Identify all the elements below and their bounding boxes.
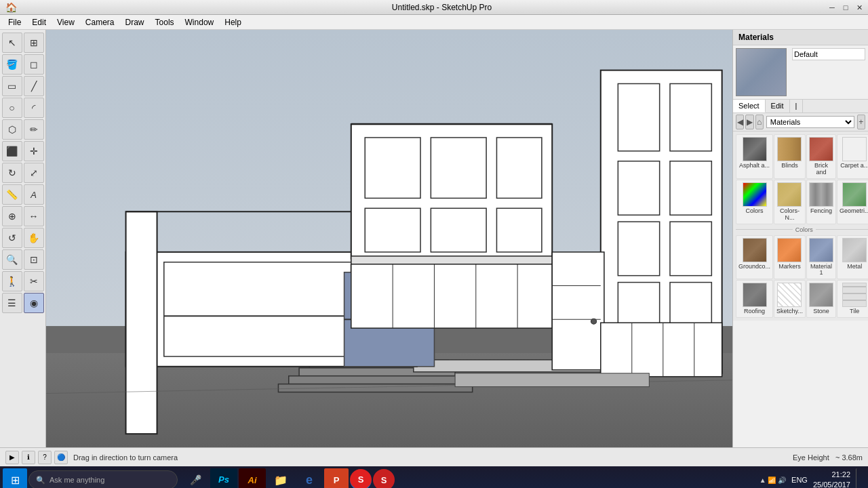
status-icon-3[interactable]: ?: [38, 451, 52, 464]
section-tool[interactable]: ✂: [24, 271, 44, 291]
eye-height-label: Eye Height: [793, 453, 829, 462]
material-brick[interactable]: Brick and: [806, 134, 836, 179]
components-tool[interactable]: ⊞: [24, 33, 44, 53]
taskbar-edge[interactable]: e: [296, 468, 323, 488]
menu-edit[interactable]: Edit: [26, 16, 52, 28]
walk-tool[interactable]: 🚶: [2, 271, 22, 291]
start-button[interactable]: ⊞: [3, 468, 27, 488]
taskbar-photoshop[interactable]: Ps: [210, 468, 237, 488]
colors-label: Colors: [746, 208, 764, 215]
zoom-tool[interactable]: 🔍: [2, 249, 22, 270]
paint-tool[interactable]: 🪣: [2, 54, 22, 75]
circle-tool[interactable]: ○: [2, 98, 22, 118]
menu-window[interactable]: Window: [180, 16, 220, 28]
groundco-swatch: [743, 238, 767, 262]
minimize-button[interactable]: ─: [826, 1, 838, 14]
status-icon-4[interactable]: 🔵: [54, 451, 68, 464]
move-tool[interactable]: ✛: [24, 141, 44, 161]
polygon-tool[interactable]: ⬡: [2, 119, 22, 140]
xray-tool[interactable]: ◉: [24, 293, 44, 313]
select-tool[interactable]: ↖: [2, 33, 22, 53]
taskbar-mic[interactable]: 🎤: [182, 468, 209, 488]
zoom-extents-tool[interactable]: ⊡: [24, 249, 44, 270]
taskbar-clock[interactable]: 21:22 25/05/2017: [813, 470, 850, 488]
svg-rect-30: [618, 83, 659, 150]
tape-tool[interactable]: 📏: [2, 184, 22, 205]
material-name-input[interactable]: [792, 48, 865, 60]
taskbar-powerpoint[interactable]: P: [324, 468, 349, 488]
svg-rect-19: [431, 208, 486, 252]
material-colors[interactable]: Colors: [736, 180, 773, 224]
maximize-button[interactable]: □: [840, 1, 852, 14]
pan-tool[interactable]: ✋: [24, 228, 44, 248]
rectangle-tool[interactable]: ▭: [2, 76, 22, 96]
metal-label: Metal: [847, 264, 862, 270]
pencil-tool[interactable]: ✏: [24, 119, 44, 140]
material-sketchy[interactable]: Sketchy...: [774, 280, 806, 318]
material-metal[interactable]: Metal: [837, 235, 868, 280]
axes-tool[interactable]: ⊕: [2, 206, 22, 226]
orbit-tool[interactable]: ↺: [2, 228, 22, 248]
colors-section: Colors: [736, 225, 868, 235]
clock-date: 25/05/2017: [813, 480, 850, 488]
materials-grid: Asphalt a... Blinds Brick and Carpet a..…: [733, 131, 868, 321]
taskbar-search[interactable]: 🔍 Ask me anything: [28, 470, 178, 488]
svg-rect-13: [126, 211, 157, 434]
material-tile[interactable]: Tile: [837, 280, 868, 318]
status-icon-2[interactable]: ℹ: [22, 451, 35, 464]
svg-rect-5: [289, 376, 462, 384]
material-colors-n[interactable]: Colors-N...: [774, 180, 806, 224]
tool-row-5: ⬡ ✏: [2, 119, 44, 140]
tab-select[interactable]: Select: [733, 100, 766, 113]
material-fencing[interactable]: Fencing: [806, 180, 836, 224]
svg-rect-18: [365, 208, 420, 252]
arc-tool[interactable]: ◜: [24, 98, 44, 118]
tool-row-12: 🚶 ✂: [2, 271, 44, 291]
push-pull-tool[interactable]: ⬛: [2, 141, 22, 161]
eraser-tool[interactable]: ◻: [24, 54, 44, 75]
scale-tool[interactable]: ⤢: [24, 163, 44, 183]
material-geometri[interactable]: Geometri...: [837, 180, 868, 224]
tool-row-8: 📏 A: [2, 184, 44, 205]
material-roofing[interactable]: Roofing: [736, 280, 773, 318]
tab-edit[interactable]: Edit: [766, 100, 790, 113]
dimension-tool[interactable]: ↔: [24, 206, 44, 226]
title-bar: 🏠 Untitled.skp - SketchUp Pro ─ □ ✕: [0, 0, 868, 15]
show-desktop[interactable]: ​: [856, 468, 860, 488]
materials-dropdown[interactable]: Materials Asphalt and Concrete Blinds Br…: [766, 116, 854, 128]
svg-rect-17: [496, 138, 541, 198]
line-tool[interactable]: ╱: [24, 76, 44, 96]
tool-row-3: ▭ ╱: [2, 76, 44, 96]
material-groundco[interactable]: Groundco...: [736, 235, 773, 280]
taskbar-other-app[interactable]: S: [373, 469, 395, 488]
layers-tool[interactable]: ☰: [2, 293, 22, 313]
rotate-tool[interactable]: ↻: [2, 163, 22, 183]
colors-n-swatch: [777, 182, 802, 207]
taskbar-illustrator[interactable]: Ai: [239, 468, 266, 488]
text-tool[interactable]: A: [24, 184, 44, 205]
menu-file[interactable]: File: [3, 16, 26, 28]
menu-view[interactable]: View: [52, 16, 80, 28]
mat-forward-button[interactable]: ▶: [745, 115, 753, 129]
carpet-swatch: [842, 137, 867, 161]
mat-back-button[interactable]: ◀: [736, 115, 744, 129]
menu-draw[interactable]: Draw: [120, 16, 150, 28]
taskbar-explorer[interactable]: 📁: [267, 468, 294, 488]
material-stone[interactable]: Stone: [806, 280, 836, 318]
close-button[interactable]: ✕: [853, 1, 865, 14]
material-asphalt[interactable]: Asphalt a...: [736, 134, 773, 179]
mat-home-button[interactable]: ⌂: [755, 115, 764, 129]
menu-help[interactable]: Help: [219, 16, 247, 28]
material-carpet[interactable]: Carpet a...: [837, 134, 868, 179]
material-material[interactable]: Material 1: [806, 235, 836, 280]
material-blinds[interactable]: Blinds: [774, 134, 806, 179]
menu-camera[interactable]: Camera: [80, 16, 120, 28]
tool-row-6: ⬛ ✛: [2, 141, 44, 161]
status-icon-1[interactable]: ▶: [5, 451, 19, 464]
taskbar-sketchup[interactable]: S: [350, 469, 372, 488]
material-markers[interactable]: Markers: [774, 235, 806, 280]
menu-tools[interactable]: Tools: [150, 16, 180, 28]
canvas-area[interactable]: [46, 30, 732, 447]
brick-swatch: [809, 137, 833, 161]
mat-add-button[interactable]: +: [857, 115, 865, 129]
